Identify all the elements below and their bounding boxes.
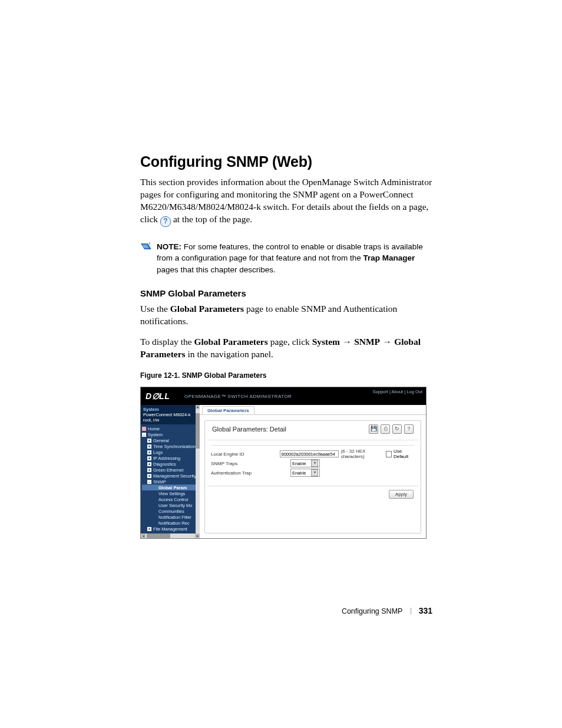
tree-item-label: Diagnostics bbox=[153, 462, 176, 467]
note-block: NOTE: For some features, the control to … bbox=[140, 241, 432, 276]
note-bold: Trap Manager bbox=[363, 253, 415, 262]
sidebar-head-device: PowerConnect M8024-k bbox=[143, 412, 197, 417]
app-title: OPENMANAGE™ SWITCH ADMINISTRATOR bbox=[184, 394, 292, 399]
snmp-traps-label: SNMP Traps bbox=[211, 461, 290, 466]
sidebar-head-system: System bbox=[143, 407, 197, 412]
tree-item[interactable]: Home bbox=[142, 426, 200, 431]
tree-item-label: Access Control bbox=[158, 497, 188, 502]
tree-item[interactable]: +Time Synchronization bbox=[142, 443, 200, 449]
tree-item[interactable]: Access Control bbox=[142, 496, 200, 502]
paragraph-1: Use the Global Parameters page to enable… bbox=[140, 303, 432, 328]
expand-icon[interactable]: + bbox=[147, 474, 151, 478]
intro-paragraph: This section provides information about … bbox=[140, 176, 432, 227]
tree-item[interactable]: +Diagnostics bbox=[142, 461, 200, 467]
save-icon[interactable]: 💾 bbox=[369, 424, 378, 434]
scroll-up-icon[interactable]: ▴ bbox=[196, 405, 200, 409]
expand-icon[interactable]: + bbox=[147, 456, 151, 460]
page-number: 331 bbox=[419, 606, 432, 615]
chevron-down-icon: ▾ bbox=[311, 460, 318, 467]
engine-id-label: Local Engine ID bbox=[211, 452, 280, 457]
engine-id-input[interactable] bbox=[280, 450, 339, 457]
logout-link[interactable]: Log Out bbox=[406, 389, 422, 394]
print-icon[interactable]: ⎙ bbox=[381, 424, 390, 434]
sidebar: System PowerConnect M8024-k root, r/w Ho… bbox=[141, 405, 200, 538]
home-icon bbox=[142, 427, 146, 431]
tree-item[interactable]: +General bbox=[142, 437, 200, 443]
tree-item-label: Management Security bbox=[153, 473, 196, 479]
use-default-checkbox[interactable] bbox=[386, 451, 392, 457]
sidebar-hscrollbar[interactable]: ◂ ▸ bbox=[141, 533, 200, 538]
expand-icon[interactable]: + bbox=[147, 450, 151, 454]
tree-item-label: File Management bbox=[153, 526, 187, 532]
tree-item[interactable]: Notification Rec bbox=[142, 520, 200, 526]
help-icon[interactable]: ? bbox=[404, 424, 414, 434]
note-label: NOTE: bbox=[157, 242, 184, 251]
app-window: D∅LL OPENMANAGE™ SWITCH ADMINISTRATOR Su… bbox=[140, 387, 427, 539]
expand-icon[interactable]: + bbox=[147, 439, 151, 443]
tree-item[interactable]: +Management Security bbox=[142, 473, 200, 479]
scroll-left-icon[interactable]: ◂ bbox=[141, 533, 146, 538]
collapse-icon[interactable]: - bbox=[147, 480, 151, 484]
auth-trap-select[interactable]: Enable ▾ bbox=[290, 469, 320, 477]
tree-item[interactable]: User Security Mo bbox=[142, 502, 200, 508]
tree-item-label: Green Ethernet bbox=[153, 467, 183, 473]
tree-item[interactable]: +IP Addressing bbox=[142, 455, 200, 461]
intro-text-post: at the top of the page. bbox=[173, 214, 252, 224]
paragraph-2: To display the Global Parameters page, c… bbox=[140, 336, 432, 361]
dell-logo: D∅LL bbox=[141, 391, 181, 401]
expand-icon[interactable]: + bbox=[147, 462, 151, 466]
engine-id-hint: (6 - 32 HEX characters) bbox=[341, 449, 384, 459]
expand-icon[interactable]: + bbox=[147, 527, 151, 531]
sidebar-head-user: root, r/w bbox=[143, 417, 197, 423]
tree-item[interactable]: +Green Ethernet bbox=[142, 467, 200, 473]
arrow-icon: → bbox=[340, 337, 354, 347]
figure-caption: Figure 12-1. SNMP Global Parameters bbox=[140, 371, 432, 380]
arrow-icon: → bbox=[380, 337, 394, 347]
snmp-traps-select[interactable]: Enable ▾ bbox=[290, 459, 320, 467]
tree-item-label: Time Synchronization bbox=[153, 444, 196, 449]
tree-item[interactable]: +File Management bbox=[142, 526, 200, 532]
main-panel: Global Parameters Global Parameters: Det… bbox=[200, 405, 426, 538]
expand-icon[interactable]: + bbox=[147, 444, 151, 449]
text: Use the bbox=[140, 304, 170, 314]
tree-item[interactable]: Notification Filter bbox=[142, 514, 200, 520]
text-bold: Global Parameters bbox=[170, 304, 244, 314]
scroll-thumb[interactable] bbox=[196, 413, 200, 449]
about-link[interactable]: About bbox=[392, 389, 404, 394]
tab-global-parameters[interactable]: Global Parameters bbox=[202, 406, 254, 414]
hscroll-thumb[interactable] bbox=[147, 533, 170, 538]
tree-item[interactable]: Communities bbox=[142, 508, 200, 514]
tree-item[interactable]: -System bbox=[142, 431, 200, 437]
tree-item[interactable]: -SNMP bbox=[142, 479, 200, 485]
refresh-icon[interactable]: ↻ bbox=[392, 424, 402, 434]
tree-item[interactable]: View Settings bbox=[142, 490, 200, 496]
note-icon bbox=[140, 242, 152, 251]
support-link[interactable]: Support bbox=[373, 389, 388, 394]
sidebar-vscrollbar[interactable]: ▴ ▾ bbox=[196, 405, 200, 538]
text: page, click bbox=[268, 337, 312, 347]
panel-title: Global Parameters: Detail bbox=[212, 426, 286, 433]
tree-item[interactable]: +Logs bbox=[142, 449, 200, 455]
text: To display the bbox=[140, 337, 194, 347]
collapse-icon[interactable]: - bbox=[142, 433, 146, 437]
tree-item-label: Communities bbox=[158, 509, 184, 514]
nav-snmp: SNMP bbox=[354, 337, 380, 347]
page-footer: Configuring SNMP 331 bbox=[0, 606, 562, 616]
tree-item-label: Global Param bbox=[158, 485, 187, 490]
tree-item-label: Notification Filter bbox=[158, 515, 191, 520]
tab-border bbox=[200, 414, 426, 415]
use-default-label: Use Default bbox=[394, 449, 415, 459]
apply-button[interactable]: Apply bbox=[389, 490, 414, 499]
tree-item-label: IP Addressing bbox=[153, 456, 180, 461]
tree-item[interactable]: Global Param bbox=[142, 485, 200, 490]
auth-trap-label: Authentication Trap bbox=[211, 470, 290, 476]
tree-item-label: View Settings bbox=[158, 491, 185, 496]
footer-section: Configuring SNMP bbox=[342, 607, 403, 615]
nav-tree: Home-System+General+Time Synchronization… bbox=[141, 424, 200, 532]
scroll-right-icon[interactable]: ▸ bbox=[195, 533, 200, 538]
tree-item-label: Logs bbox=[153, 450, 163, 455]
tree-item-label: Home bbox=[148, 426, 160, 431]
page-heading: Configuring SNMP (Web) bbox=[140, 153, 432, 170]
help-icon: ? bbox=[160, 216, 171, 227]
expand-icon[interactable]: + bbox=[147, 468, 151, 472]
